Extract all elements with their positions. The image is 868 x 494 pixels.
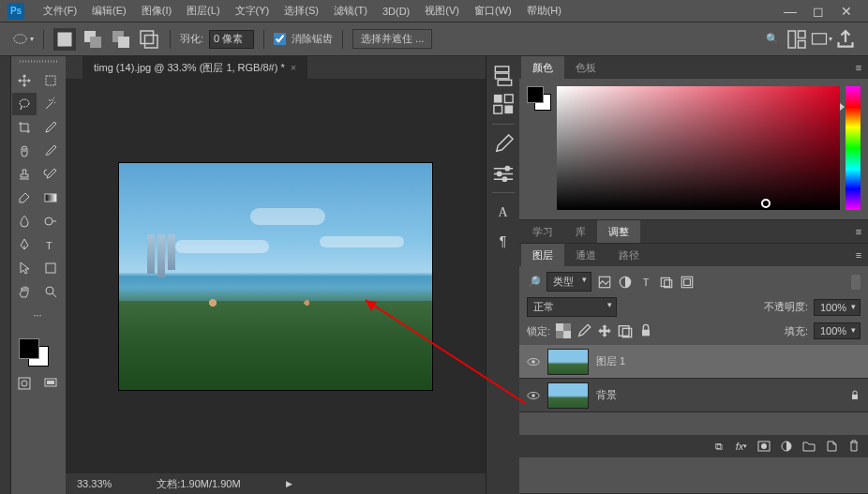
intersect-selection-icon[interactable] [138, 28, 160, 51]
new-selection-icon[interactable] [53, 28, 76, 51]
layer-mask-icon[interactable] [757, 440, 771, 453]
tool-preset-icon[interactable]: ▾ [11, 28, 34, 51]
menu-edit[interactable]: 编辑(E) [84, 0, 134, 22]
eyedropper-tool-icon[interactable] [38, 116, 63, 139]
antialias-checkbox[interactable] [274, 33, 286, 45]
blur-tool-icon[interactable] [12, 210, 37, 232]
tab-paths[interactable]: 路径 [607, 244, 651, 266]
lock-pos-icon[interactable] [597, 323, 612, 338]
document-tab[interactable]: timg (14).jpg @ 33.3% (图层 1, RGB/8#) * × [82, 56, 307, 79]
quickmask-icon[interactable] [12, 372, 37, 395]
layer-group-icon[interactable] [802, 440, 816, 453]
menu-filter[interactable]: 滤镜(T) [326, 0, 375, 22]
blend-mode-dropdown[interactable]: 正常 [527, 297, 617, 317]
tab-adjustments[interactable]: 调整 [597, 220, 640, 243]
lock-nest-icon[interactable] [618, 323, 633, 338]
menu-view[interactable]: 视图(V) [417, 0, 467, 22]
properties-panel-icon[interactable] [491, 92, 516, 116]
move-tool-icon[interactable] [12, 69, 37, 92]
menu-file[interactable]: 文件(F) [36, 0, 84, 22]
menu-type[interactable]: 文字(Y) [228, 0, 277, 22]
filter-type-icon[interactable]: T [638, 275, 653, 290]
panel-menu-icon[interactable]: ≡ [849, 220, 868, 243]
filter-adjust-icon[interactable] [618, 275, 633, 290]
layer-name[interactable]: 图层 1 [596, 354, 861, 368]
tab-libraries[interactable]: 库 [564, 220, 597, 243]
history-brush-tool-icon[interactable] [38, 163, 63, 186]
layer-name[interactable]: 背景 [596, 388, 842, 402]
layer-fx-icon[interactable]: fx▾ [735, 440, 748, 453]
visibility-icon[interactable] [527, 389, 540, 402]
menu-window[interactable]: 窗口(W) [467, 0, 519, 22]
shape-tool-icon[interactable] [38, 257, 63, 279]
share-icon[interactable] [834, 28, 857, 51]
tab-learn[interactable]: 学习 [521, 220, 564, 243]
lock-paint-icon[interactable] [576, 323, 591, 338]
opacity-input[interactable]: 100% [814, 299, 861, 316]
stamp-tool-icon[interactable] [12, 163, 37, 186]
char-panel-icon[interactable]: A [491, 201, 516, 225]
color-swatch[interactable] [11, 335, 66, 372]
tab-swatches[interactable]: 色板 [564, 56, 607, 79]
edit-toolbar-icon[interactable]: ··· [12, 304, 63, 326]
menu-3d[interactable]: 3D(D) [375, 0, 417, 22]
layer-filter-dropdown[interactable]: 类型 [546, 272, 591, 292]
delete-layer-icon[interactable] [847, 440, 861, 453]
tab-color[interactable]: 颜色 [521, 56, 564, 79]
select-and-mask-button[interactable]: 选择并遮住 ... [352, 29, 432, 49]
feather-input[interactable] [209, 30, 254, 49]
magic-wand-tool-icon[interactable] [38, 93, 63, 115]
marquee-tool-icon[interactable] [38, 69, 63, 92]
fill-input[interactable]: 100% [814, 322, 861, 339]
filter-smart-icon[interactable] [680, 275, 695, 290]
collapse-strip[interactable] [0, 56, 11, 494]
add-selection-icon[interactable] [82, 28, 104, 51]
subtract-selection-icon[interactable] [110, 28, 132, 51]
healing-tool-icon[interactable] [12, 140, 37, 162]
lasso-tool-icon[interactable] [12, 93, 37, 115]
maximize-icon[interactable]: ◻ [804, 2, 832, 21]
link-layers-icon[interactable]: ⧉ [712, 440, 726, 453]
lock-all-icon[interactable] [638, 323, 653, 338]
status-chevron-icon[interactable]: ▶ [286, 479, 292, 488]
crop-tool-icon[interactable] [12, 116, 37, 139]
para-panel-icon[interactable]: ¶ [491, 229, 516, 253]
new-layer-icon[interactable] [825, 440, 838, 453]
minimize-icon[interactable]: — [776, 2, 804, 21]
filter-shape-icon[interactable] [659, 275, 674, 290]
menu-select[interactable]: 选择(S) [277, 0, 326, 22]
visibility-icon[interactable] [527, 355, 540, 368]
toolbox-grip-icon[interactable] [20, 60, 57, 63]
search-icon[interactable]: 🔍 [761, 28, 784, 51]
zoom-tool-icon[interactable] [38, 280, 63, 303]
panel-menu-icon[interactable]: ≡ [849, 56, 868, 79]
history-panel-icon[interactable] [491, 64, 516, 88]
gradient-tool-icon[interactable] [38, 187, 63, 209]
filter-toggle[interactable] [851, 275, 861, 290]
screenmode-icon[interactable] [38, 372, 63, 395]
brushes-panel-icon[interactable] [491, 132, 516, 157]
menu-layer[interactable]: 图层(L) [179, 0, 227, 22]
eraser-tool-icon[interactable] [12, 187, 37, 209]
menu-help[interactable]: 帮助(H) [519, 0, 569, 22]
layer-row[interactable]: 背景 [519, 379, 868, 412]
color-panel-swatch[interactable] [527, 86, 551, 111]
panel-menu-icon[interactable]: ≡ [849, 244, 868, 266]
hand-tool-icon[interactable] [12, 280, 37, 303]
dodge-tool-icon[interactable] [38, 210, 63, 232]
menu-image[interactable]: 图像(I) [134, 0, 179, 22]
path-select-tool-icon[interactable] [12, 257, 37, 279]
canvas-viewport[interactable] [66, 79, 486, 473]
color-field[interactable] [557, 86, 840, 210]
brush-settings-panel-icon[interactable] [491, 160, 516, 185]
filter-pixel-icon[interactable] [597, 275, 612, 290]
fg-color-swatch[interactable] [19, 338, 39, 359]
arrange-docs-icon[interactable] [786, 28, 808, 51]
adjustment-layer-icon[interactable] [780, 440, 793, 453]
pen-tool-icon[interactable] [12, 233, 37, 256]
brush-tool-icon[interactable] [38, 140, 63, 162]
layer-row[interactable]: 图层 1 [519, 345, 868, 379]
workspace-icon[interactable]: ▾ [810, 28, 832, 51]
lock-trans-icon[interactable] [556, 323, 571, 338]
tab-layers[interactable]: 图层 [521, 244, 564, 266]
